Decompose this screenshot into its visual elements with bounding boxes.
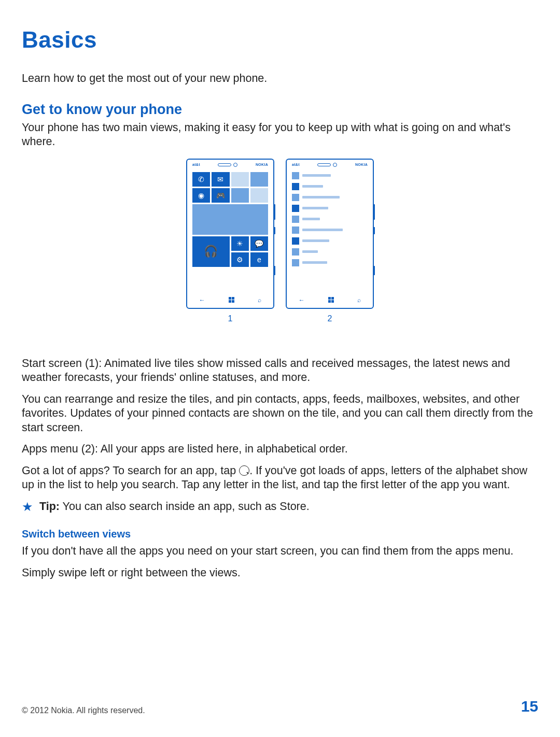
- intro-text: Learn how to get the most out of your ne…: [22, 72, 538, 86]
- switch-p1: If you don't have all the apps you need …: [22, 544, 538, 559]
- start-screen-desc: Start screen (1): Animated live tiles sh…: [22, 357, 538, 385]
- apps-menu-desc: Apps menu (2): All your apps are listed …: [22, 442, 538, 457]
- two-phones-illustration: at&t NOKIA ✆ ✉ ◉ 🎮 🎧 ☀ 💬: [22, 159, 538, 323]
- back-icon: ←: [199, 296, 205, 304]
- tip-label: Tip:: [39, 500, 60, 513]
- page-title: Basics: [22, 27, 538, 53]
- games-tile-icon: 🎮: [212, 188, 229, 203]
- subtitle-desc: Your phone has two main views, making it…: [22, 121, 538, 149]
- phone-tile-icon: ✆: [192, 172, 210, 187]
- chat-tile-icon: 💬: [250, 236, 268, 251]
- settings-tile-icon: ⚙: [231, 252, 249, 267]
- search-icon: [239, 465, 249, 476]
- search-nav-icon: ⌕: [357, 296, 361, 304]
- windows-icon: [229, 297, 234, 303]
- browser-tile-icon: e: [250, 252, 268, 267]
- carrier-label: at&t: [192, 163, 200, 166]
- tip-text: You can also search inside an app, such …: [60, 500, 310, 513]
- copyright: © 2012 Nokia. All rights reserved.: [22, 706, 145, 715]
- section-switch-views: Switch between views: [22, 528, 538, 540]
- apps-list: [292, 172, 368, 268]
- windows-icon: [328, 297, 334, 303]
- brand-label: NOKIA: [355, 163, 368, 166]
- phone-label-1: 1: [228, 314, 233, 323]
- carrier-label: at&t: [292, 163, 300, 166]
- search-apps-desc: Got a lot of apps? To search for an app,…: [22, 464, 538, 492]
- camera-tile-icon: ◉: [192, 188, 210, 203]
- search-nav-icon: ⌕: [258, 296, 261, 304]
- headphones-tile-icon: 🎧: [192, 236, 230, 267]
- switch-p2: Simply swipe left or right between the v…: [22, 566, 538, 580]
- phone-start-screen: at&t NOKIA ✆ ✉ ◉ 🎮 🎧 ☀ 💬: [186, 159, 274, 309]
- brand-label: NOKIA: [256, 163, 268, 166]
- city-wide-tile: [192, 204, 268, 235]
- tip-callout: ★ Tip: You can also search inside an app…: [22, 500, 538, 514]
- back-icon: ←: [299, 296, 305, 304]
- section-get-to-know: Get to know your phone: [22, 102, 538, 118]
- weather-tile-icon: ☀: [231, 236, 249, 251]
- page-number: 15: [521, 698, 538, 715]
- phone-apps-list: at&t NOKIA ←: [286, 159, 374, 309]
- phone-label-2: 2: [328, 314, 332, 323]
- mail-tile-icon: ✉: [212, 172, 229, 187]
- star-icon: ★: [22, 500, 33, 514]
- tiles-desc: You can rearrange and resize the tiles, …: [22, 392, 538, 435]
